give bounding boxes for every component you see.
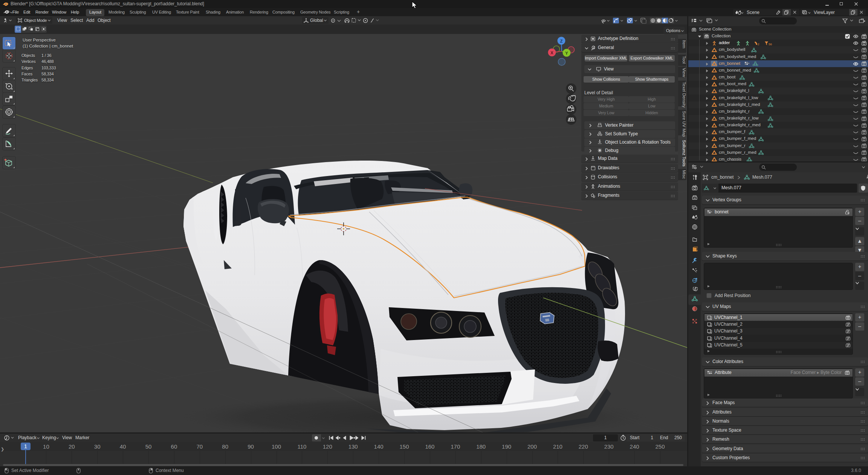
svg-text:56: 56 — [769, 43, 772, 46]
svg-text:X: X — [550, 51, 553, 55]
svg-text:2: 2 — [758, 43, 760, 46]
svg-text:Z: Z — [560, 39, 563, 43]
svg-text:Y: Y — [565, 51, 568, 55]
